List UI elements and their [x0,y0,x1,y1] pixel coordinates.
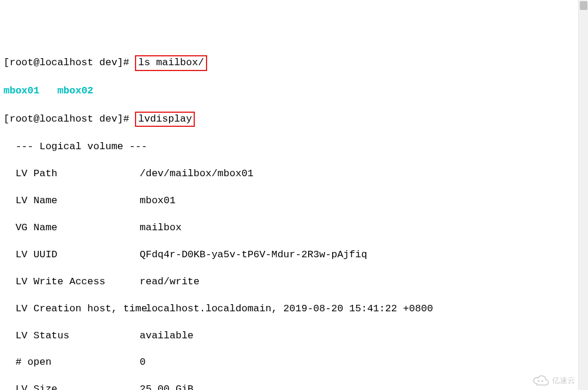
ls-output: mbox01 mbox02 [4,85,584,98]
lv-creation: LV Creation host, time localhost.localdo… [4,302,584,316]
dir-entry: mbox01 [4,85,39,96]
command-ls: ls mailbox/ [135,55,207,71]
shell-prompt: [root@localhost dev]# [4,57,135,68]
command-lvdisplay: lvdisplay [135,112,195,127]
lv-path: LV Path/dev/mailbox/mbox01 [4,167,584,181]
lv-name: LV Namembox01 [4,194,584,208]
watermark-text: 亿速云 [552,375,575,386]
cloud-icon [532,375,549,386]
svg-point-1 [542,380,543,382]
prompt-line-2: [root@localhost dev]# lvdisplay [4,112,584,127]
lv-status: LV Statusavailable [4,330,584,343]
lv-size: LV Size25.00 GiB [4,383,584,390]
watermark-logo: 亿速云 [532,375,575,386]
lv-header: --- Logical volume --- [4,140,584,154]
lv-uuid: LV UUIDQFdq4r-D0KB-ya5v-tP6V-Mdur-2R3w-p… [4,248,584,262]
vg-name: VG Namemailbox [4,221,584,235]
scrollbar-thumb[interactable] [580,1,587,10]
lv-open: # open0 [4,356,584,369]
dir-entry: mbox02 [58,85,93,96]
svg-point-0 [538,380,540,382]
lv-write-access: LV Write Accessread/write [4,275,584,289]
shell-prompt: [root@localhost dev]# [4,113,135,125]
vertical-scrollbar[interactable] [578,0,588,390]
prompt-line-1: [root@localhost dev]# ls mailbox/ [4,55,584,71]
